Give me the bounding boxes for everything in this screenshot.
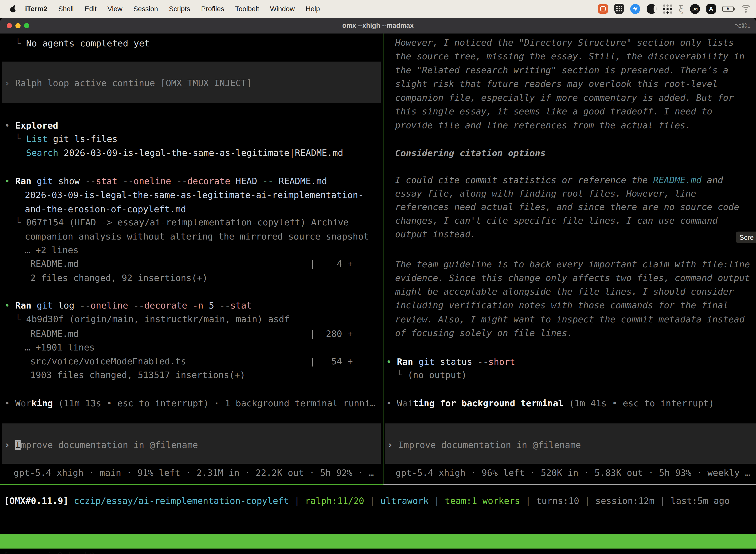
thinking-line: provide file and line references from th… (395, 120, 691, 130)
working-status-line: • Working (11m 13s • esc to interrupt) ·… (4, 398, 376, 408)
ralph-banner-line: › Ralph loop active continue [OMX_TMUX_I… (4, 78, 252, 88)
git-show-command: • Ran git show --stat --oneline --decora… (4, 176, 327, 186)
explored-list-line: └ List git ls-files (15, 134, 118, 144)
thinking-line: references need actual files, and since … (395, 202, 739, 212)
git-status-command: • Ran git status --short (386, 357, 515, 367)
squiggle-icon[interactable]: ξ (679, 4, 684, 13)
apple-menu-icon[interactable] (10, 5, 17, 13)
git-log-stat3: 1903 files changed, 513517 insertions(+) (30, 370, 245, 380)
session-status-line: gpt-5.4 xhigh · 96% left · 520K in · 5.8… (396, 467, 750, 478)
thinking-line: companion file, especially if more comme… (395, 93, 734, 103)
menu-item-shell[interactable]: Shell (58, 5, 74, 13)
messenger-icon[interactable] (630, 4, 640, 14)
desktop: { "menu_bar": { "app_name": "iTerm2", "i… (0, 0, 756, 554)
explored-search-line: Search 2026-03-09-is-legal-the-same-as-l… (26, 148, 343, 158)
agents-note: └ No agents completed yet (15, 38, 150, 49)
menu-item-toolbelt[interactable]: Toolbelt (235, 5, 259, 13)
git-show-more: … +2 lines (25, 245, 79, 256)
git-status-output: └ (no output) (397, 370, 467, 380)
pane-border-active (0, 484, 383, 485)
grid-shield-icon[interactable] (614, 4, 624, 14)
pane-border-inactive (383, 484, 756, 485)
pane-divider[interactable] (383, 34, 383, 485)
git-log-stat2: src/voice/voiceModeEnabled.ts | 54 + (30, 356, 353, 367)
git-log-more: … +1901 lines (25, 342, 95, 353)
session-status-line: gpt-5.4 xhigh · main · 91% left · 2.31M … (14, 467, 374, 478)
close-button[interactable] (7, 23, 12, 28)
thinking-line: this single essay, it seems like a good … (395, 106, 712, 117)
thinking-line: review. Also, I might want to inspect th… (395, 314, 745, 325)
git-show-output2: companion analysis without altering the … (25, 231, 369, 242)
tmux-status-bar: [omx-cczip0:bash* "MacBook-Pro-44.local"… (0, 534, 756, 549)
menu-item-session[interactable]: Session (133, 5, 158, 13)
window-title-bar: omx --xhigh --madmax ⌥⌘1 (0, 18, 756, 34)
menu-item-scripts[interactable]: Scripts (169, 5, 190, 13)
git-show-stat1: README.md | 4 + (30, 259, 353, 269)
dark-crescent-icon[interactable] (647, 4, 656, 14)
thinking-line: I could cite commit statistics or refere… (395, 175, 723, 185)
thinking-line: the "Related research writing" section i… (395, 65, 729, 75)
menu-item-iterm2[interactable]: iTerm2 (25, 5, 47, 13)
thinking-line: of focusing solely on file lines. (395, 328, 572, 338)
menu-status-icons: ξ ..61 A ↯ (598, 4, 752, 14)
waiting-status-line: • Waiting for background terminal (1m 41… (386, 398, 714, 408)
screen-share-button[interactable]: Scre (736, 232, 756, 243)
menu-item-window[interactable]: Window (270, 5, 295, 13)
traffic-lights (7, 23, 29, 28)
zoom-button[interactable] (24, 23, 29, 28)
thinking-line: changes, I can't cite specific file line… (395, 215, 717, 226)
git-log-command: • Ran git log --oneline --decorate -n 5 … (4, 300, 252, 311)
thinking-line: including verification notes with those … (395, 300, 729, 311)
git-log-stat1: README.md | 280 + (30, 329, 353, 339)
percent-badge-icon[interactable]: ..61 (690, 4, 700, 14)
prompt-input-line[interactable]: › Improve documentation in @filename (4, 440, 198, 450)
menu-item-view[interactable]: View (107, 5, 122, 13)
input-source-icon[interactable]: A (706, 4, 716, 14)
menu-bar: iTerm2 Shell Edit View Session Scripts P… (0, 0, 756, 18)
menu-items: iTerm2 Shell Edit View Session Scripts P… (25, 5, 320, 13)
thinking-line: might be acceptable alongside the file l… (395, 286, 734, 297)
thinking-line: slight risk that future readers may over… (395, 79, 717, 89)
thinking-line: evidence. Since this change only affects… (395, 273, 750, 283)
window-title: omx --xhigh --madmax (342, 22, 414, 30)
chat-icon[interactable] (598, 4, 608, 14)
window-shortcut-badge: ⌥⌘1 (735, 22, 751, 29)
menu-item-help[interactable]: Help (306, 5, 320, 13)
wifi-icon[interactable] (740, 5, 752, 13)
battery-icon[interactable]: ↯ (722, 6, 734, 12)
menu-item-profiles[interactable]: Profiles (201, 5, 224, 13)
tmux-session-label: [omx-cczip0:bash* (3, 549, 95, 554)
explored-header: • Explored (4, 120, 58, 131)
git-show-arg2: and-the-erosion-of-copyleft.md (25, 204, 186, 214)
dots-grid-icon[interactable] (663, 4, 672, 14)
git-log-output1: └ 4b9d30f (origin/main, instructkr/main,… (15, 314, 290, 324)
git-show-output1: └ 067f154 (HEAD -> essay/ai-reimplementa… (15, 217, 349, 228)
omx-status-line: [OMX#0.11.9] cczip/essay/ai-reimplementa… (4, 496, 730, 506)
tree-connector (17, 186, 17, 217)
thinking-line: The team guideline is to back every impo… (395, 259, 750, 270)
prompt-input-line[interactable]: › Improve documentation in @filename (387, 440, 581, 450)
thinking-line: output instead. (395, 229, 476, 239)
thinking-line: essay file, along with finding root file… (395, 188, 696, 199)
menu-item-edit[interactable]: Edit (84, 5, 97, 13)
thinking-section-header: Considering citation options (395, 148, 546, 158)
git-show-arg1: 2026-03-09-is-legal-the-same-as-legitima… (25, 190, 363, 200)
minimize-button[interactable] (15, 23, 20, 28)
thinking-line: the source tree, missing the essay. Stil… (395, 51, 745, 62)
iterm-window: omx --xhigh --madmax ⌥⌘1 └ No agents com… (0, 18, 756, 554)
thinking-line: However, I noticed the "Directory Struct… (395, 38, 734, 48)
git-show-stat2: 2 files changed, 92 insertions(+) (30, 273, 208, 283)
